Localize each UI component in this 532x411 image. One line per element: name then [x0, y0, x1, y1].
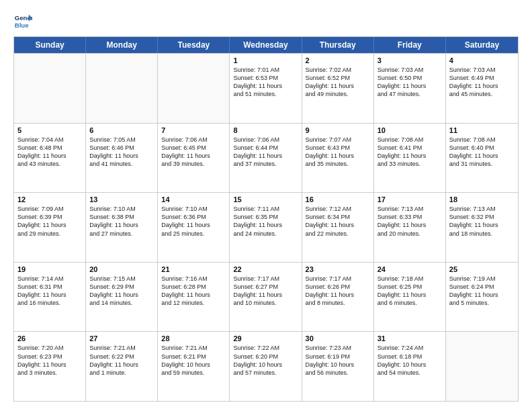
cell-info: Sunrise: 7:15 AM: [89, 275, 154, 283]
day-number: 28: [161, 334, 226, 342]
cell-info: Sunset: 6:45 PM: [161, 144, 226, 152]
cell-info: and 31 minutes.: [449, 160, 515, 168]
day-cell-28: 28Sunrise: 7:21 AMSunset: 6:21 PMDayligh…: [158, 332, 230, 401]
cell-info: and 56 minutes.: [306, 369, 370, 377]
day-cell-25: 25Sunrise: 7:19 AMSunset: 6:24 PMDayligh…: [446, 263, 518, 332]
cell-info: and 35 minutes.: [306, 160, 370, 168]
day-cell-13: 13Sunrise: 7:10 AMSunset: 6:38 PMDayligh…: [86, 193, 158, 262]
day-cell-19: 19Sunrise: 7:14 AMSunset: 6:31 PMDayligh…: [14, 263, 86, 332]
cell-info: Daylight: 11 hours: [306, 152, 370, 160]
cell-info: Sunset: 6:44 PM: [233, 144, 298, 152]
cell-info: Daylight: 11 hours: [89, 152, 154, 160]
day-number: 7: [161, 126, 226, 134]
cell-info: Sunrise: 7:24 AM: [378, 344, 442, 352]
day-number: 31: [378, 334, 442, 342]
cell-info: Sunset: 6:20 PM: [233, 353, 298, 361]
cell-info: Sunrise: 7:05 AM: [89, 136, 154, 144]
day-number: 21: [161, 265, 226, 273]
day-number: 3: [378, 56, 442, 64]
cell-info: Sunset: 6:24 PM: [449, 283, 515, 291]
cell-info: Sunrise: 7:08 AM: [449, 136, 515, 144]
cell-info: and 41 minutes.: [89, 160, 154, 168]
header: General Blue: [13, 12, 519, 31]
day-cell-3: 3Sunrise: 7:03 AMSunset: 6:50 PMDaylight…: [374, 54, 446, 123]
cell-info: Sunset: 6:40 PM: [449, 144, 515, 152]
day-cell-7: 7Sunrise: 7:06 AMSunset: 6:45 PMDaylight…: [158, 124, 230, 193]
cell-info: Daylight: 11 hours: [89, 221, 154, 229]
cell-info: Sunset: 6:22 PM: [89, 353, 154, 361]
cell-info: and 51 minutes.: [233, 90, 298, 98]
day-cell-6: 6Sunrise: 7:05 AMSunset: 6:46 PMDaylight…: [86, 124, 158, 193]
day-number: 30: [306, 334, 370, 342]
cell-info: Sunset: 6:33 PM: [378, 213, 442, 221]
day-cell-9: 9Sunrise: 7:07 AMSunset: 6:43 PMDaylight…: [302, 124, 374, 193]
day-cell-8: 8Sunrise: 7:06 AMSunset: 6:44 PMDaylight…: [230, 124, 302, 193]
cell-info: and 3 minutes.: [17, 369, 82, 377]
cell-info: and 47 minutes.: [378, 90, 442, 98]
day-number: 10: [378, 126, 442, 134]
cell-info: Sunset: 6:49 PM: [449, 74, 515, 82]
cell-info: Sunrise: 7:21 AM: [89, 344, 154, 352]
cell-info: Daylight: 11 hours: [17, 291, 82, 299]
day-cell-30: 30Sunrise: 7:23 AMSunset: 6:19 PMDayligh…: [302, 332, 374, 401]
cell-info: Sunrise: 7:14 AM: [17, 275, 82, 283]
cell-info: Sunrise: 7:23 AM: [306, 344, 370, 352]
day-number: 12: [17, 195, 82, 203]
cell-info: Sunset: 6:29 PM: [89, 283, 154, 291]
cell-info: Daylight: 11 hours: [233, 152, 298, 160]
cell-info: Daylight: 11 hours: [449, 291, 515, 299]
cell-info: Sunset: 6:21 PM: [161, 353, 226, 361]
cell-info: Daylight: 11 hours: [306, 221, 370, 229]
day-number: 16: [306, 195, 370, 203]
cell-info: Sunrise: 7:13 AM: [378, 205, 442, 213]
cell-info: Daylight: 11 hours: [378, 82, 442, 90]
cell-info: and 49 minutes.: [306, 90, 370, 98]
cell-info: Sunset: 6:19 PM: [306, 353, 370, 361]
cell-info: Sunrise: 7:03 AM: [378, 66, 442, 74]
cell-info: Sunrise: 7:11 AM: [233, 205, 298, 213]
empty-cell: [86, 54, 158, 123]
day-cell-14: 14Sunrise: 7:10 AMSunset: 6:36 PMDayligh…: [158, 193, 230, 262]
day-cell-22: 22Sunrise: 7:17 AMSunset: 6:27 PMDayligh…: [230, 263, 302, 332]
day-cell-15: 15Sunrise: 7:11 AMSunset: 6:35 PMDayligh…: [230, 193, 302, 262]
day-number: 27: [89, 334, 154, 342]
cell-info: Daylight: 11 hours: [17, 152, 82, 160]
day-number: 14: [161, 195, 226, 203]
cell-info: and 45 minutes.: [449, 90, 515, 98]
cell-info: Sunset: 6:27 PM: [233, 283, 298, 291]
day-cell-27: 27Sunrise: 7:21 AMSunset: 6:22 PMDayligh…: [86, 332, 158, 401]
calendar-row-2: 12Sunrise: 7:09 AMSunset: 6:39 PMDayligh…: [14, 192, 518, 262]
cell-info: Sunset: 6:28 PM: [161, 283, 226, 291]
day-number: 25: [449, 265, 515, 273]
day-cell-24: 24Sunrise: 7:18 AMSunset: 6:25 PMDayligh…: [374, 263, 446, 332]
cell-info: Sunset: 6:31 PM: [17, 283, 82, 291]
cell-info: Sunset: 6:25 PM: [378, 283, 442, 291]
cell-info: and 12 minutes.: [161, 299, 226, 307]
cell-info: Sunrise: 7:20 AM: [17, 344, 82, 352]
day-number: 15: [233, 195, 298, 203]
header-day-tuesday: Tuesday: [158, 37, 230, 53]
header-day-thursday: Thursday: [302, 37, 374, 53]
calendar-body: 1Sunrise: 7:01 AMSunset: 6:53 PMDaylight…: [14, 53, 518, 401]
day-number: 26: [17, 334, 82, 342]
cell-info: Sunrise: 7:18 AM: [378, 275, 442, 283]
cell-info: Daylight: 11 hours: [449, 152, 515, 160]
cell-info: Daylight: 10 hours: [233, 361, 298, 369]
empty-cell: [14, 54, 86, 123]
cell-info: Sunrise: 7:04 AM: [17, 136, 82, 144]
cell-info: Sunrise: 7:21 AM: [161, 344, 226, 352]
cell-info: and 5 minutes.: [449, 299, 515, 307]
cell-info: Daylight: 11 hours: [161, 291, 226, 299]
day-cell-1: 1Sunrise: 7:01 AMSunset: 6:53 PMDaylight…: [230, 54, 302, 123]
cell-info: Daylight: 11 hours: [306, 82, 370, 90]
cell-info: Daylight: 11 hours: [89, 291, 154, 299]
cell-info: Daylight: 11 hours: [378, 291, 442, 299]
cell-info: Sunset: 6:35 PM: [233, 213, 298, 221]
cell-info: Sunset: 6:36 PM: [161, 213, 226, 221]
cell-info: and 59 minutes.: [161, 369, 226, 377]
day-cell-29: 29Sunrise: 7:22 AMSunset: 6:20 PMDayligh…: [230, 332, 302, 401]
day-number: 20: [89, 265, 154, 273]
page: General Blue SundayMondayTuesdayWednesda…: [0, 0, 532, 411]
day-cell-4: 4Sunrise: 7:03 AMSunset: 6:49 PMDaylight…: [446, 54, 518, 123]
calendar-row-0: 1Sunrise: 7:01 AMSunset: 6:53 PMDaylight…: [14, 53, 518, 123]
